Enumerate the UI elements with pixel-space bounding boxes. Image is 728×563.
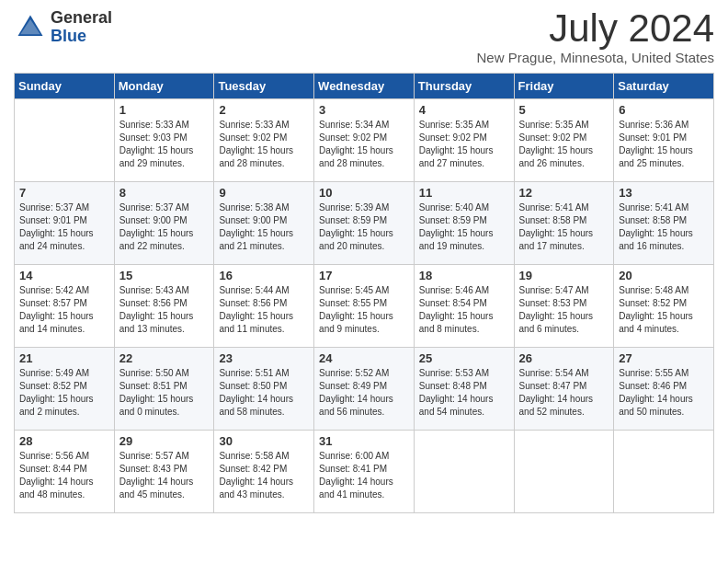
calendar-cell: 20Sunrise: 5:48 AM Sunset: 8:52 PM Dayli… (614, 265, 714, 348)
day-number: 9 (219, 186, 309, 200)
day-info: Sunrise: 5:33 AM Sunset: 9:03 PM Dayligh… (119, 119, 210, 170)
day-info: Sunrise: 5:47 AM Sunset: 8:53 PM Dayligh… (519, 284, 609, 336)
day-info: Sunrise: 6:00 AM Sunset: 8:41 PM Dayligh… (319, 450, 409, 501)
day-number: 19 (519, 269, 609, 282)
calendar-header-row: SundayMondayTuesdayWednesdayThursdayFrid… (15, 74, 714, 99)
logo-general: General (51, 8, 112, 27)
day-number: 21 (19, 351, 109, 365)
calendar-cell: 14Sunrise: 5:42 AM Sunset: 8:57 PM Dayli… (15, 265, 115, 348)
day-info: Sunrise: 5:40 AM Sunset: 8:59 PM Dayligh… (419, 201, 509, 253)
day-number: 25 (419, 351, 509, 365)
calendar-table: SundayMondayTuesdayWednesdayThursdayFrid… (14, 73, 714, 513)
day-info: Sunrise: 5:57 AM Sunset: 8:43 PM Dayligh… (119, 450, 210, 501)
calendar-cell: 26Sunrise: 5:54 AM Sunset: 8:47 PM Dayli… (514, 348, 614, 431)
day-number: 26 (519, 351, 609, 365)
day-info: Sunrise: 5:41 AM Sunset: 8:58 PM Dayligh… (519, 201, 609, 253)
location-title: New Prague, Minnesota, United States (477, 50, 714, 65)
calendar-week-row: 7Sunrise: 5:37 AM Sunset: 9:01 PM Daylig… (15, 182, 714, 265)
day-number: 13 (619, 186, 709, 200)
day-number: 15 (119, 269, 210, 282)
day-info: Sunrise: 5:34 AM Sunset: 9:02 PM Dayligh… (319, 119, 409, 170)
day-info: Sunrise: 5:38 AM Sunset: 9:00 PM Dayligh… (219, 201, 309, 253)
logo-text: General Blue (51, 9, 112, 46)
day-number: 18 (419, 269, 509, 282)
calendar-cell: 18Sunrise: 5:46 AM Sunset: 8:54 PM Dayli… (414, 265, 514, 348)
day-number: 6 (619, 103, 709, 117)
page-header: General Blue July 2024 New Prague, Minne… (14, 9, 714, 65)
day-number: 7 (19, 186, 109, 200)
calendar-cell: 16Sunrise: 5:44 AM Sunset: 8:56 PM Dayli… (214, 265, 314, 348)
day-info: Sunrise: 5:41 AM Sunset: 8:58 PM Dayligh… (619, 201, 709, 253)
day-info: Sunrise: 5:52 AM Sunset: 8:49 PM Dayligh… (319, 367, 409, 419)
day-number: 16 (219, 269, 309, 282)
calendar-cell: 30Sunrise: 5:58 AM Sunset: 8:42 PM Dayli… (214, 431, 314, 513)
day-info: Sunrise: 5:58 AM Sunset: 8:42 PM Dayligh… (219, 450, 309, 501)
calendar-cell: 28Sunrise: 5:56 AM Sunset: 8:44 PM Dayli… (15, 431, 115, 513)
day-number: 12 (519, 186, 609, 200)
day-info: Sunrise: 5:35 AM Sunset: 9:02 PM Dayligh… (519, 119, 609, 170)
calendar-body: 1Sunrise: 5:33 AM Sunset: 9:03 PM Daylig… (15, 99, 714, 513)
calendar-cell: 4Sunrise: 5:35 AM Sunset: 9:02 PM Daylig… (414, 99, 514, 182)
title-block: July 2024 New Prague, Minnesota, United … (477, 9, 714, 65)
calendar-cell: 23Sunrise: 5:51 AM Sunset: 8:50 PM Dayli… (214, 348, 314, 431)
calendar-week-row: 14Sunrise: 5:42 AM Sunset: 8:57 PM Dayli… (15, 265, 714, 348)
day-info: Sunrise: 5:45 AM Sunset: 8:55 PM Dayligh… (319, 284, 409, 336)
day-number: 23 (219, 351, 309, 365)
day-number: 29 (119, 434, 210, 448)
day-info: Sunrise: 5:36 AM Sunset: 9:01 PM Dayligh… (619, 119, 709, 170)
day-number: 10 (319, 186, 409, 200)
calendar-cell: 29Sunrise: 5:57 AM Sunset: 8:43 PM Dayli… (114, 431, 214, 513)
day-number: 22 (119, 351, 210, 365)
day-number: 24 (319, 351, 409, 365)
day-info: Sunrise: 5:44 AM Sunset: 8:56 PM Dayligh… (219, 284, 309, 336)
calendar-cell: 6Sunrise: 5:36 AM Sunset: 9:01 PM Daylig… (614, 99, 714, 182)
calendar-cell: 22Sunrise: 5:50 AM Sunset: 8:51 PM Dayli… (114, 348, 214, 431)
calendar-week-row: 21Sunrise: 5:49 AM Sunset: 8:52 PM Dayli… (15, 348, 714, 431)
day-info: Sunrise: 5:46 AM Sunset: 8:54 PM Dayligh… (419, 284, 509, 336)
calendar-cell (514, 431, 614, 513)
column-header-wednesday: Wednesday (314, 74, 415, 99)
calendar-cell: 8Sunrise: 5:37 AM Sunset: 9:00 PM Daylig… (114, 182, 214, 265)
calendar-cell (614, 431, 714, 513)
day-info: Sunrise: 5:39 AM Sunset: 8:59 PM Dayligh… (319, 201, 409, 253)
logo-icon (14, 11, 47, 44)
calendar-cell: 19Sunrise: 5:47 AM Sunset: 8:53 PM Dayli… (514, 265, 614, 348)
day-info: Sunrise: 5:48 AM Sunset: 8:52 PM Dayligh… (619, 284, 709, 336)
day-info: Sunrise: 5:53 AM Sunset: 8:48 PM Dayligh… (419, 367, 509, 419)
calendar-cell (15, 99, 115, 182)
logo: General Blue (14, 9, 112, 46)
calendar-cell: 13Sunrise: 5:41 AM Sunset: 8:58 PM Dayli… (614, 182, 714, 265)
month-title: July 2024 (477, 9, 714, 48)
day-info: Sunrise: 5:49 AM Sunset: 8:52 PM Dayligh… (19, 367, 109, 419)
day-number: 17 (319, 269, 409, 282)
day-number: 1 (119, 103, 210, 117)
calendar-cell: 3Sunrise: 5:34 AM Sunset: 9:02 PM Daylig… (314, 99, 415, 182)
day-info: Sunrise: 5:33 AM Sunset: 9:02 PM Dayligh… (219, 119, 309, 170)
column-header-tuesday: Tuesday (214, 74, 314, 99)
day-number: 11 (419, 186, 509, 200)
calendar-cell: 25Sunrise: 5:53 AM Sunset: 8:48 PM Dayli… (414, 348, 514, 431)
column-header-monday: Monday (114, 74, 214, 99)
calendar-week-row: 1Sunrise: 5:33 AM Sunset: 9:03 PM Daylig… (15, 99, 714, 182)
calendar-cell: 21Sunrise: 5:49 AM Sunset: 8:52 PM Dayli… (15, 348, 115, 431)
day-info: Sunrise: 5:37 AM Sunset: 9:01 PM Dayligh… (19, 201, 109, 253)
day-number: 3 (319, 103, 409, 117)
day-number: 14 (19, 269, 109, 282)
calendar-cell: 15Sunrise: 5:43 AM Sunset: 8:56 PM Dayli… (114, 265, 214, 348)
day-number: 31 (319, 434, 409, 448)
calendar-cell: 9Sunrise: 5:38 AM Sunset: 9:00 PM Daylig… (214, 182, 314, 265)
calendar-cell: 1Sunrise: 5:33 AM Sunset: 9:03 PM Daylig… (114, 99, 214, 182)
day-number: 5 (519, 103, 609, 117)
day-number: 2 (219, 103, 309, 117)
day-info: Sunrise: 5:35 AM Sunset: 9:02 PM Dayligh… (419, 119, 509, 170)
day-number: 20 (619, 269, 709, 282)
column-header-thursday: Thursday (414, 74, 514, 99)
column-header-sunday: Sunday (15, 74, 115, 99)
logo-blue: Blue (51, 27, 86, 45)
day-info: Sunrise: 5:50 AM Sunset: 8:51 PM Dayligh… (119, 367, 210, 419)
day-number: 28 (19, 434, 109, 448)
day-number: 27 (619, 351, 709, 365)
column-header-friday: Friday (514, 74, 614, 99)
day-info: Sunrise: 5:56 AM Sunset: 8:44 PM Dayligh… (19, 450, 109, 501)
calendar-cell: 5Sunrise: 5:35 AM Sunset: 9:02 PM Daylig… (514, 99, 614, 182)
